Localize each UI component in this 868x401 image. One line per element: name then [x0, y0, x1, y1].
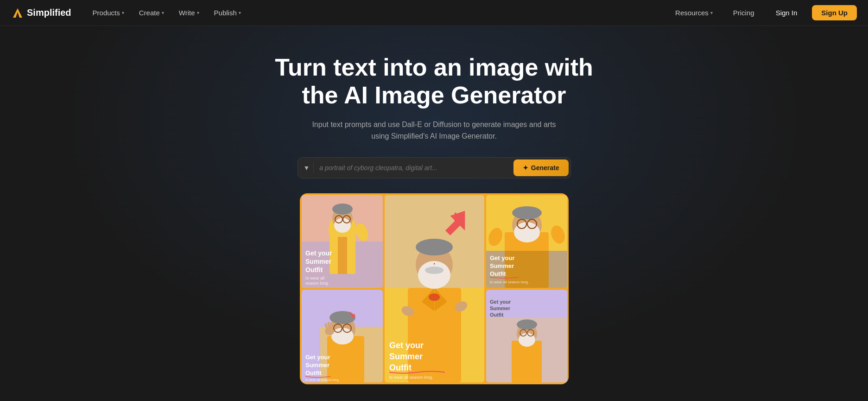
- generate-button[interactable]: ✦ Generate: [513, 159, 569, 176]
- svg-rect-12: [338, 237, 347, 274]
- svg-text:to wear all season long.: to wear all season long.: [389, 375, 433, 380]
- signup-button[interactable]: Sign Up: [812, 5, 857, 20]
- hero-section: Turn text into an image with the AI Imag…: [0, 26, 868, 401]
- chevron-down-icon: ▾: [122, 10, 124, 15]
- nav-publish[interactable]: Publish ▾: [208, 5, 247, 20]
- prompt-bar: ▼ ✦ Generate: [298, 157, 571, 178]
- svg-text:Get your: Get your: [490, 255, 514, 261]
- svg-text:Summer: Summer: [305, 258, 332, 265]
- svg-line-64: [329, 323, 329, 328]
- prompt-input[interactable]: [319, 164, 513, 172]
- svg-text:Outfit: Outfit: [305, 266, 323, 274]
- nav-links: Products ▾ Create ▾ Write ▾ Publish ▾: [86, 5, 669, 20]
- chevron-down-icon: ▾: [197, 10, 199, 15]
- dropdown-icon: ▼: [304, 164, 310, 172]
- logo-text: Simplified: [27, 7, 71, 18]
- svg-text:to wear all: to wear all: [305, 276, 324, 280]
- svg-text:Outfit: Outfit: [389, 363, 412, 372]
- svg-text:↘: ↘: [348, 309, 356, 319]
- collage-cell-4: ↘ Get your Summer Outfit to wear all sea…: [302, 290, 383, 382]
- cell-3-image: Get your Summer Outfit to wear all seaso…: [486, 195, 567, 288]
- hero-title: Turn text into an image with the AI Imag…: [272, 54, 596, 109]
- collage-cell-3: Get your Summer Outfit to wear all seaso…: [486, 195, 567, 288]
- chevron-down-icon: ▾: [710, 10, 713, 15]
- svg-text:to wear all season long.: to wear all season long.: [490, 280, 529, 284]
- cell-2-image: ↘: [385, 195, 484, 382]
- chevron-down-icon: ▾: [239, 10, 241, 15]
- cell-5-image: Get your Summer Outfit: [486, 290, 567, 382]
- nav-pricing[interactable]: Pricing: [727, 5, 761, 20]
- collage-cell-2: ↘: [385, 195, 484, 382]
- navbar: Simplified Products ▾ Create ▾ Write ▾ P…: [0, 0, 868, 26]
- svg-rect-22: [408, 288, 461, 382]
- svg-point-28: [425, 267, 444, 274]
- collage-grid: Get your Summer Outfit to wear all seaso…: [300, 193, 569, 384]
- navbar-right: Resources ▾ Pricing Sign In Sign Up: [669, 5, 857, 20]
- svg-text:Get your: Get your: [389, 341, 424, 350]
- chevron-down-icon: ▾: [162, 10, 164, 15]
- svg-text:Summer: Summer: [490, 306, 511, 311]
- logo-link[interactable]: Simplified: [11, 6, 71, 19]
- svg-text:Summer: Summer: [490, 262, 514, 269]
- svg-rect-73: [512, 341, 542, 382]
- svg-text:Summer: Summer: [389, 352, 423, 361]
- svg-point-32: [416, 239, 453, 255]
- hero-subtitle: Input text prompts and use Dall-E or Dif…: [304, 119, 564, 142]
- svg-text:Outfit: Outfit: [490, 270, 506, 277]
- svg-point-43: [514, 222, 540, 242]
- svg-text:Get your: Get your: [490, 299, 511, 305]
- collage-cell-5: Get your Summer Outfit: [486, 290, 567, 382]
- svg-text:to wear all season long.: to wear all season long.: [305, 378, 340, 382]
- cell-4-image: ↘ Get your Summer Outfit to wear all sea…: [302, 290, 383, 382]
- svg-point-76: [517, 319, 537, 330]
- logo-icon: [11, 6, 24, 19]
- dropdown-button[interactable]: ▼: [304, 162, 314, 173]
- generate-icon: ✦: [523, 164, 528, 172]
- svg-text:season long.: season long.: [305, 281, 329, 286]
- nav-write[interactable]: Write ▾: [172, 5, 206, 20]
- svg-text:Summer: Summer: [305, 362, 329, 369]
- cell-1-image: Get your Summer Outfit to wear all seaso…: [302, 195, 383, 288]
- signin-button[interactable]: Sign In: [768, 5, 805, 20]
- collage-cell-1: Get your Summer Outfit to wear all seaso…: [302, 195, 383, 288]
- svg-point-44: [512, 206, 542, 219]
- nav-products[interactable]: Products ▾: [86, 5, 131, 20]
- svg-text:Get your: Get your: [305, 249, 332, 257]
- svg-point-27: [418, 261, 450, 289]
- svg-line-63: [326, 325, 327, 329]
- svg-point-10: [332, 204, 353, 215]
- svg-text:Outfit: Outfit: [305, 369, 322, 376]
- svg-text:Get your: Get your: [305, 354, 330, 361]
- image-collage: Get your Summer Outfit to wear all seaso…: [300, 193, 569, 384]
- nav-resources[interactable]: Resources ▾: [669, 5, 719, 20]
- svg-text:Outfit: Outfit: [490, 312, 504, 318]
- nav-create[interactable]: Create ▾: [133, 5, 171, 20]
- svg-point-25: [429, 293, 440, 301]
- svg-line-65: [331, 324, 332, 329]
